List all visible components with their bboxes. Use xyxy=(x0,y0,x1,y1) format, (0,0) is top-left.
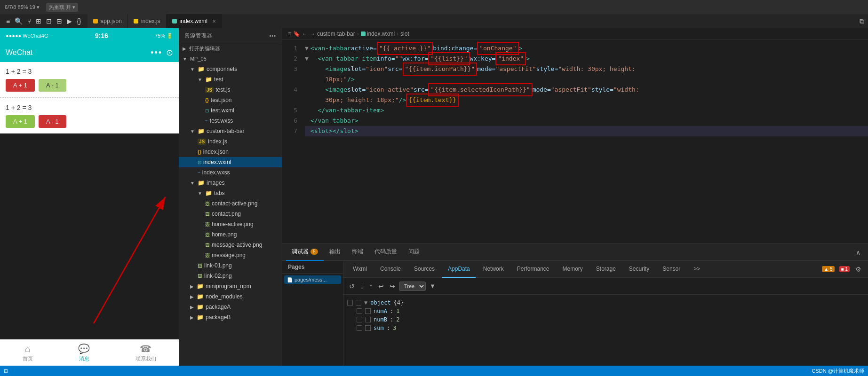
status-icon[interactable]: ⊞ xyxy=(4,368,8,374)
btn-plus-1[interactable]: A + 1 xyxy=(6,79,35,92)
tabbar-home[interactable]: ⌂ 首页 xyxy=(23,344,33,362)
test-wxml-file[interactable]: ⊡ test.wxml xyxy=(179,105,282,116)
camera-icon[interactable]: ⊙ xyxy=(166,47,173,58)
sub-tab-console[interactable]: Console xyxy=(374,261,406,278)
tab-problems[interactable]: 问题 xyxy=(403,244,425,261)
link02-file[interactable]: 🖼 link-02.png xyxy=(179,271,282,281)
custom-tab-bar-folder[interactable]: ▼ 📁 custom-tab-bar xyxy=(179,126,282,136)
code-icon[interactable]: {} xyxy=(74,17,83,25)
collapse-1[interactable]: ▼ xyxy=(305,43,309,54)
close-index-wxml-icon[interactable]: ✕ xyxy=(212,19,216,24)
phone-battery-text: 75% xyxy=(155,33,165,39)
breadcrumb-part-3[interactable]: slot xyxy=(400,31,409,37)
phone-status-bar: ●●●●● WeChat4G 9:16 75% 🔋 xyxy=(0,28,179,43)
btn-minus-1[interactable]: A - 1 xyxy=(39,79,66,92)
settings-icon[interactable]: ⚙ xyxy=(852,266,864,273)
numa-checkbox-2[interactable] xyxy=(365,308,371,314)
breadcrumb-part-2[interactable]: index.wxml xyxy=(361,31,395,37)
split-icon[interactable]: ⊡ xyxy=(44,17,54,25)
tabbar-contact[interactable]: ☎ 联系我们 xyxy=(135,343,156,362)
sum-checkbox-2[interactable] xyxy=(365,325,371,331)
breadcrumb-forward-icon[interactable]: → xyxy=(310,31,315,37)
tab-app-json[interactable]: app.json xyxy=(88,14,128,28)
compile-icon[interactable]: ⊟ xyxy=(54,17,64,25)
sub-tab-performance[interactable]: Performance xyxy=(511,261,555,278)
test-wxss-file[interactable]: ~ test.wxss xyxy=(179,116,282,126)
packagea-folder[interactable]: ▶ 📁 packageA xyxy=(179,302,282,312)
btn-minus-2[interactable]: A - 1 xyxy=(39,115,66,128)
index-json-file[interactable]: {} index.json xyxy=(179,147,282,157)
sum-checkbox[interactable] xyxy=(357,325,362,331)
tab-output[interactable]: 输出 xyxy=(324,244,346,261)
sub-tab-sensor[interactable]: Sensor xyxy=(657,261,686,278)
sub-tab-more[interactable]: >> xyxy=(688,261,706,278)
test-js-file[interactable]: JS test.js xyxy=(179,85,282,95)
index-wxss-file[interactable]: ~ index.wxss xyxy=(179,167,282,178)
collapse-2[interactable]: ▼ xyxy=(305,54,309,64)
explorer-more-icon[interactable]: ••• xyxy=(269,33,276,39)
sub-tab-security[interactable]: Security xyxy=(623,261,655,278)
root-checkbox-2[interactable] xyxy=(356,300,361,306)
source-control-icon[interactable]: ⑂ xyxy=(25,17,33,25)
page-item-mess[interactable]: 📄 pages/mess... xyxy=(284,275,341,284)
test-json-file[interactable]: {} test.json xyxy=(179,95,282,105)
contact-active-file[interactable]: 🖼 contact-active.png xyxy=(179,198,282,209)
breadcrumb-back-icon[interactable]: ← xyxy=(302,31,308,37)
split-editor-icon[interactable]: ⧉ xyxy=(856,17,868,25)
open-editors-section[interactable]: ▶ 打开的编辑器 xyxy=(179,43,282,54)
sub-tab-network[interactable]: Network xyxy=(478,261,510,278)
expand-icon[interactable]: ↓ xyxy=(358,282,366,290)
tree-mode-select[interactable]: Tree xyxy=(399,282,426,291)
code-content[interactable]: ▼ <van-tabbar active= "{{ active }}" bin… xyxy=(301,39,868,243)
sub-tab-console-label: Console xyxy=(380,266,401,272)
tab-debugger[interactable]: 调试器 5 xyxy=(286,244,324,261)
layout-icon[interactable]: ⊞ xyxy=(33,17,44,25)
tabs-folder[interactable]: ▼ 📁 tabs xyxy=(179,188,282,198)
breadcrumb-part-1[interactable]: custom-tab-bar xyxy=(317,31,355,37)
more-options-icon[interactable]: ••• xyxy=(151,48,162,58)
collapse-tree-icon[interactable]: ↑ xyxy=(367,282,374,290)
breadcrumb-list-icon[interactable]: ≡ xyxy=(288,31,291,37)
hot-reload-toggle[interactable]: 热重载 开 ▾ xyxy=(46,3,78,12)
breadcrumb-bookmark-icon[interactable]: 🔖 xyxy=(293,31,300,37)
index-wxml-file[interactable]: ⊡ index.wxml xyxy=(179,157,282,167)
mp05-section[interactable]: ▼ MP_05 xyxy=(179,54,282,64)
redo-icon[interactable]: ↪ xyxy=(388,282,397,290)
refresh-icon[interactable]: ↺ xyxy=(347,282,357,290)
message-file[interactable]: 🖼 message.png xyxy=(179,250,282,260)
home-active-file[interactable]: 🖼 home-active.png xyxy=(179,219,282,229)
miniprogram-npm-folder[interactable]: ▶ 📁 miniprogram_npm xyxy=(179,281,282,291)
link01-file[interactable]: 🖼 link-01.png xyxy=(179,260,282,271)
node-modules-folder[interactable]: ▶ 📁 node_modules xyxy=(179,291,282,302)
run-icon[interactable]: ▶ xyxy=(64,17,74,25)
home-file[interactable]: 🖼 home.png xyxy=(179,229,282,240)
tab-terminal[interactable]: 终端 xyxy=(346,244,369,261)
sub-tab-appdata[interactable]: AppData xyxy=(442,261,476,278)
root-checkbox[interactable] xyxy=(347,300,353,306)
numb-checkbox[interactable] xyxy=(357,317,362,322)
undo-icon[interactable]: ↩ xyxy=(376,282,386,290)
tabbar-message[interactable]: 💬 消息 xyxy=(78,343,90,362)
sub-tab-memory[interactable]: Memory xyxy=(557,261,588,278)
numb-checkbox-2[interactable] xyxy=(365,317,371,322)
home-active-icon: 🖼 xyxy=(205,222,210,227)
contact-file[interactable]: 🖼 contact.png xyxy=(179,209,282,219)
numa-checkbox[interactable] xyxy=(357,308,362,314)
sub-tab-sources[interactable]: Sources xyxy=(408,261,440,278)
message-active-file[interactable]: 🖼 message-active.png xyxy=(179,240,282,250)
menu-icon[interactable]: ≡ xyxy=(4,17,12,25)
tab-index-js[interactable]: index.js xyxy=(128,14,167,28)
test-folder[interactable]: ▼ 📁 test xyxy=(179,74,282,85)
sub-tab-storage[interactable]: Storage xyxy=(590,261,621,278)
packageb-folder[interactable]: ▶ 📁 packageB xyxy=(179,312,282,322)
collapse-devtools-icon[interactable]: ∧ xyxy=(852,249,864,256)
tab-code-quality[interactable]: 代码质量 xyxy=(369,244,403,261)
tab-index-wxml[interactable]: index.wxml ✕ xyxy=(167,14,222,28)
btn-plus-2[interactable]: A + 1 xyxy=(6,115,35,128)
sub-tab-wxml[interactable]: Wxml xyxy=(347,261,373,278)
root-expand-icon[interactable]: ▼ xyxy=(364,299,367,306)
componnets-folder[interactable]: ▼ 📁 componnets xyxy=(179,64,282,74)
images-folder[interactable]: ▼ 📁 images xyxy=(179,178,282,188)
search-icon[interactable]: 🔍 xyxy=(12,17,25,25)
index-js-file[interactable]: JS index.js xyxy=(179,136,282,147)
